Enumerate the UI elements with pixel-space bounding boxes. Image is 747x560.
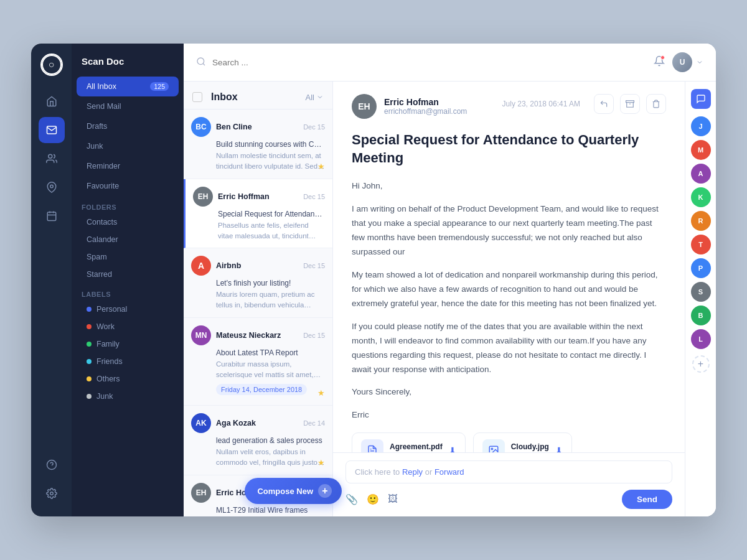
- email-subject: Special Request for Attendance to Quarte…: [352, 131, 666, 167]
- user-menu[interactable]: U: [672, 52, 703, 72]
- friends-dot: [87, 359, 92, 364]
- search-right: U: [654, 52, 703, 72]
- svg-point-0: [48, 154, 52, 158]
- nav-contacts[interactable]: [39, 146, 65, 172]
- right-avatar[interactable]: B: [691, 306, 711, 325]
- attach-icon[interactable]: 📎: [345, 493, 358, 505]
- menu-sidebar: Scan Doc All Inbox 125 Send Mail Drafts …: [72, 44, 184, 516]
- app-title: Scan Doc: [72, 44, 184, 77]
- personal-dot: [87, 307, 92, 312]
- email-date: July 23, 2018 06:41 AM: [502, 100, 580, 108]
- right-avatar[interactable]: L: [691, 329, 711, 349]
- reply-icons: 📎 🙂 🖼: [345, 493, 398, 505]
- label-work[interactable]: Work: [77, 318, 179, 335]
- send-button[interactable]: Send: [622, 490, 672, 509]
- email-detail-panel: EH Erric Hofman errichoffman@gmail.com J…: [333, 82, 685, 516]
- folder-spam[interactable]: Spam: [77, 248, 179, 266]
- right-avatar[interactable]: R: [691, 211, 711, 231]
- avatar: AK: [191, 413, 211, 433]
- email-item[interactable]: A Airbnb Dec 15 Let's finish your listin…: [184, 248, 332, 318]
- chevron-down-icon: [696, 58, 703, 66]
- filter-chevron-icon: [316, 93, 324, 101]
- download-pdf-icon[interactable]: ⬇: [449, 446, 456, 452]
- nav-calendar[interactable]: [39, 203, 65, 229]
- add-contact-icon[interactable]: +: [692, 355, 710, 373]
- inbox-header: Inbox All: [184, 82, 332, 110]
- right-avatar[interactable]: A: [691, 164, 711, 184]
- menu-send-mail[interactable]: Send Mail: [77, 96, 179, 116]
- svg-rect-2: [47, 212, 56, 221]
- nav-location[interactable]: [39, 174, 65, 200]
- main-content: Inbox All BC Ben Cline Dec 15: [184, 82, 716, 516]
- archive-icon[interactable]: [620, 94, 640, 114]
- svg-point-16: [491, 449, 492, 450]
- menu-reminder[interactable]: Reminder: [77, 156, 179, 176]
- nav-home[interactable]: [39, 88, 65, 114]
- right-avatar[interactable]: K: [691, 187, 711, 207]
- attachment-img[interactable]: Cloudy.jpg 245kb ⬇: [473, 432, 572, 452]
- nav-help[interactable]: [39, 452, 65, 478]
- work-dot: [87, 324, 92, 329]
- inbox-check[interactable]: [192, 92, 202, 102]
- svg-line-10: [203, 63, 205, 65]
- user-avatar[interactable]: U: [672, 52, 692, 72]
- sender-name: Erric Hofman: [384, 97, 467, 107]
- right-avatar[interactable]: T: [691, 235, 711, 254]
- junk-dot: [87, 394, 92, 399]
- email-item[interactable]: MN Mateusz Nieckarz Dec 15 About Latest …: [184, 318, 332, 406]
- attachments: Agreement.pdf 245kb ⬇ Cloudy.jpg 24: [352, 432, 666, 452]
- settings-button[interactable]: [39, 480, 65, 506]
- star-icon: ★: [317, 458, 325, 467]
- chat-icon[interactable]: [691, 89, 711, 109]
- right-avatar[interactable]: S: [691, 282, 711, 302]
- sender-email: errichoffman@gmail.com: [384, 107, 467, 116]
- right-avatar[interactable]: M: [691, 140, 711, 160]
- avatar: EH: [191, 483, 211, 503]
- compose-plus-icon: +: [318, 484, 332, 498]
- inbox-title: Inbox: [211, 91, 238, 103]
- image-icon[interactable]: 🖼: [388, 493, 398, 505]
- reply-actions: 📎 🙂 🖼 Send: [345, 490, 672, 509]
- label-friends[interactable]: Friends: [77, 353, 179, 370]
- label-others[interactable]: Others: [77, 370, 179, 388]
- inbox-filter[interactable]: All: [306, 93, 324, 102]
- email-item[interactable]: BC Ben Cline Dec 15 Build stunning cours…: [184, 110, 332, 179]
- star-icon: ★: [317, 388, 325, 398]
- avatar: BC: [191, 117, 211, 137]
- reply-input-area[interactable]: Click here to Reply or Forward: [345, 460, 672, 483]
- folder-contacts[interactable]: Contacts: [77, 213, 179, 231]
- email-meta: EH Erric Hofman errichoffman@gmail.com J…: [352, 94, 666, 119]
- label-personal[interactable]: Personal: [77, 301, 179, 318]
- svg-point-8: [50, 492, 53, 495]
- email-item[interactable]: EH Erric Hoffman Dec 15 Special Request …: [184, 179, 332, 249]
- right-avatar[interactable]: P: [691, 258, 711, 278]
- compose-button[interactable]: Compose New +: [245, 478, 342, 504]
- svg-point-9: [197, 58, 204, 65]
- email-detail-content: EH Erric Hofman errichoffman@gmail.com J…: [333, 82, 685, 452]
- attachment-pdf[interactable]: Agreement.pdf 245kb ⬇: [352, 432, 466, 452]
- avatar: EH: [193, 187, 213, 207]
- label-family[interactable]: Family: [77, 335, 179, 353]
- download-img-icon[interactable]: ⬇: [555, 446, 563, 452]
- delete-icon[interactable]: [646, 94, 666, 114]
- right-avatar[interactable]: J: [691, 116, 711, 136]
- label-junk[interactable]: Junk: [77, 388, 179, 405]
- menu-drafts[interactable]: Drafts: [77, 116, 179, 136]
- emoji-icon[interactable]: 🙂: [367, 493, 379, 505]
- reply-icon[interactable]: [594, 94, 614, 114]
- menu-favourite[interactable]: Favourite: [77, 176, 179, 196]
- reply-link[interactable]: Reply: [402, 467, 423, 477]
- app-logo[interactable]: ○: [40, 54, 63, 76]
- search-input[interactable]: [212, 58, 647, 67]
- menu-junk[interactable]: Junk: [77, 136, 179, 156]
- folder-starred[interactable]: Starred: [77, 266, 179, 283]
- menu-all-inbox[interactable]: All Inbox 125: [77, 77, 179, 96]
- email-list: BC Ben Cline Dec 15 Build stunning cours…: [184, 110, 332, 516]
- email-item[interactable]: AK Aga Kozak Dec 14 lead generation & sa…: [184, 406, 332, 475]
- sender-avatar: EH: [352, 94, 377, 119]
- nav-mail[interactable]: [39, 117, 65, 143]
- forward-link[interactable]: Forward: [435, 467, 464, 477]
- notification-icon[interactable]: [654, 55, 665, 70]
- avatar: A: [191, 256, 211, 276]
- folder-calander[interactable]: Calander: [77, 231, 179, 248]
